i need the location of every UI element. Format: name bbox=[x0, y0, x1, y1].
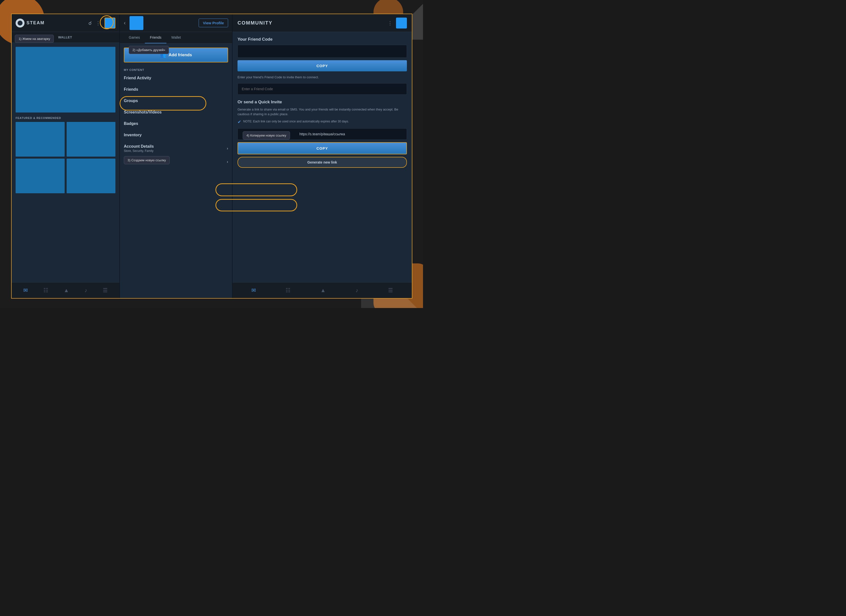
annotation-bubble-1: 1) Жмем на аватарку bbox=[15, 35, 54, 43]
profile-tabs: Games Friends Wallet bbox=[120, 32, 232, 44]
featured-item-3[interactable] bbox=[16, 159, 65, 193]
generate-new-link-button[interactable]: Generate new link bbox=[238, 157, 407, 168]
quick-invite-title: Or send a Quick Invite bbox=[238, 100, 407, 104]
copy-friend-code-button[interactable]: COPY bbox=[238, 60, 407, 71]
bottom-bell-icon[interactable]: ♪ bbox=[84, 287, 87, 294]
community-title: COMMUNITY bbox=[238, 20, 272, 26]
right-bottom-bell-icon[interactable]: ♪ bbox=[355, 287, 358, 294]
community-avatar bbox=[396, 18, 407, 28]
avatar-callout-circle bbox=[100, 15, 114, 29]
menu-friend-activity[interactable]: Friend Activity bbox=[120, 72, 232, 84]
featured-item-4[interactable] bbox=[67, 159, 116, 193]
quick-invite-description: Generate a link to share via email or SM… bbox=[238, 107, 407, 117]
featured-label: FEATURED & RECOMMENDED bbox=[16, 116, 115, 119]
profile-header: ‹ View Profile bbox=[120, 14, 232, 32]
right-bottom-tag-icon[interactable]: ✉ bbox=[251, 287, 256, 294]
featured-item-2[interactable] bbox=[67, 122, 116, 157]
community-header: COMMUNITY ⋮ bbox=[232, 14, 412, 32]
nav-wallet[interactable]: WALLET bbox=[58, 35, 72, 39]
bottom-shield-icon[interactable]: ▲ bbox=[64, 287, 69, 294]
tab-games[interactable]: Games bbox=[124, 32, 145, 43]
community-header-right: ⋮ bbox=[388, 18, 407, 28]
profile-avatar bbox=[129, 16, 143, 30]
tab-friends[interactable]: Friends bbox=[145, 32, 166, 43]
bottom-menu-icon[interactable]: ☰ bbox=[103, 287, 108, 294]
bottom-nav-left: ✉ ☷ ▲ ♪ ☰ bbox=[12, 282, 119, 298]
ui-wrapper: STEAM ☌ ⋮ MENU ▼ WISHLIST WALLET FE bbox=[11, 14, 412, 298]
steam-logo: STEAM bbox=[16, 19, 45, 28]
view-profile-button[interactable]: View Profile bbox=[198, 19, 228, 27]
main-banner bbox=[16, 47, 115, 113]
friend-code-display bbox=[238, 45, 407, 58]
menu-account-details[interactable]: Account Details Store, Security, Family … bbox=[120, 141, 232, 156]
add-friends-callout-ellipse bbox=[120, 96, 206, 110]
annotation-bubble-4: 4) Копируем новую ссылку bbox=[243, 131, 290, 140]
friend-code-input[interactable] bbox=[238, 83, 407, 95]
generate-link-callout-ellipse bbox=[216, 199, 297, 211]
featured-item-1[interactable] bbox=[16, 122, 65, 157]
right-content: Your Friend Code COPY Enter your friend'… bbox=[232, 32, 412, 282]
friend-code-helper: Enter your friend's Friend Code to invit… bbox=[238, 75, 407, 80]
menu-badges[interactable]: Badges bbox=[120, 118, 232, 129]
my-content-label: MY CONTENT bbox=[120, 66, 232, 72]
back-arrow-icon[interactable]: ‹ bbox=[124, 20, 126, 26]
right-bottom-menu-icon[interactable]: ☰ bbox=[388, 287, 393, 294]
right-bottom-list-icon[interactable]: ☷ bbox=[286, 287, 291, 294]
change-account-chevron: › bbox=[227, 160, 228, 164]
copy-invite-link-button[interactable]: COPY bbox=[238, 142, 407, 154]
search-icon[interactable]: ☌ bbox=[88, 20, 92, 26]
tab-wallet[interactable]: Wallet bbox=[166, 32, 186, 43]
community-more-icon[interactable]: ⋮ bbox=[388, 20, 392, 26]
steam-logo-icon bbox=[16, 19, 25, 28]
checkmark-icon: ✔ bbox=[238, 119, 241, 125]
account-details-chevron: › bbox=[227, 146, 228, 151]
featured-grid bbox=[16, 122, 115, 193]
right-bottom-shield-icon[interactable]: ▲ bbox=[320, 287, 326, 294]
quick-invite-note: ✔ NOTE: Each link can only be used once … bbox=[238, 119, 407, 125]
annotation-bubble-3: 3) Создаем новую ссылку bbox=[124, 156, 170, 164]
left-content: FEATURED & RECOMMENDED bbox=[12, 43, 119, 282]
annotation-bubble-2: 2) «Добавить друзей» bbox=[129, 46, 169, 54]
bottom-nav-right: ✉ ☷ ▲ ♪ ☰ bbox=[232, 282, 412, 298]
right-panel: COMMUNITY ⋮ Your Friend Code COPY Enter … bbox=[232, 14, 412, 298]
bottom-tag-icon[interactable]: ✉ bbox=[23, 287, 28, 294]
friend-code-title: Your Friend Code bbox=[238, 37, 407, 42]
left-panel: STEAM ☌ ⋮ MENU ▼ WISHLIST WALLET FE bbox=[12, 14, 119, 298]
copy-btn-callout-ellipse bbox=[216, 183, 297, 196]
menu-friends[interactable]: Friends bbox=[120, 84, 232, 95]
menu-inventory[interactable]: Inventory bbox=[120, 129, 232, 141]
bottom-list-icon[interactable]: ☷ bbox=[43, 287, 48, 294]
steam-logo-text: STEAM bbox=[26, 20, 45, 25]
